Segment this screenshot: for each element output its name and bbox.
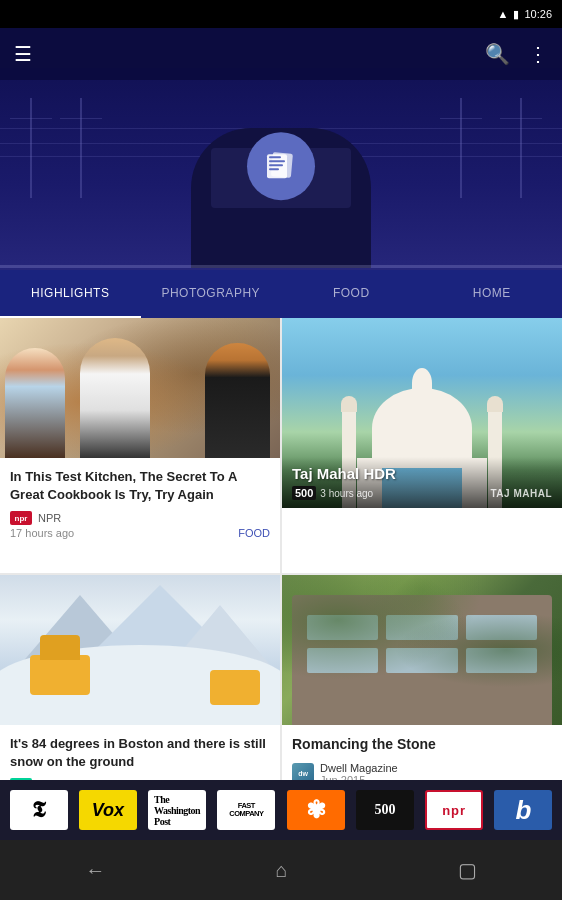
more-options-button[interactable]: ⋮ [528, 42, 548, 66]
nav-bar: ← ⌂ ▢ [0, 840, 562, 900]
recent-icon: ▢ [458, 858, 477, 882]
tab-bar: HIGHLIGHTS PHOTOGRAPHY FOOD HOME [0, 270, 562, 318]
app-bar: ☰ 🔍 ⋮ [0, 28, 562, 80]
svg-rect-3 [269, 160, 285, 162]
publisher-km[interactable]: ✾ [287, 790, 345, 830]
home-button[interactable]: ⌂ [275, 859, 287, 882]
tab-home[interactable]: HOME [422, 270, 563, 318]
publisher-npr[interactable]: npr [425, 790, 483, 830]
home-icon: ⌂ [275, 859, 287, 882]
publisher-bar: 𝕿 Vox TheWashingtonPost FASTCOMPANY ✾ 50… [0, 780, 562, 840]
card-kitchen[interactable]: In This Test Kitchen, The Secret To A Gr… [0, 318, 280, 573]
menu-icon[interactable]: ☰ [14, 42, 32, 66]
card-kitchen-time: 17 hours ago [10, 527, 74, 539]
card-dwell-source: Dwell Magazine [320, 762, 398, 774]
publisher-500[interactable]: 500 [356, 790, 414, 830]
card-taj-time: 3 hours ago [320, 488, 373, 499]
card-taj-title: Taj Mahal HDR [292, 465, 552, 482]
content-grid: In This Test Kitchen, The Secret To A Gr… [0, 318, 562, 840]
card-snow-image [0, 575, 280, 725]
publisher-fc[interactable]: FASTCOMPANY [217, 790, 275, 830]
tab-food[interactable]: FOOD [281, 270, 422, 318]
publisher-wp[interactable]: TheWashingtonPost [148, 790, 206, 830]
card-kitchen-image [0, 318, 280, 458]
battery-icon: ▮ [513, 8, 519, 21]
publisher-nyt[interactable]: 𝕿 [10, 790, 68, 830]
card-snow-title: It's 84 degrees in Boston and there is s… [10, 735, 270, 770]
publisher-b[interactable]: b [494, 790, 552, 830]
card-kitchen-title: In This Test Kitchen, The Secret To A Gr… [10, 468, 270, 503]
500px-logo: 500 [292, 486, 316, 500]
search-button[interactable]: 🔍 [485, 42, 510, 66]
recent-apps-button[interactable]: ▢ [458, 858, 477, 882]
card-taj-tag: TAJ MAHAL [490, 488, 552, 499]
tab-photography[interactable]: PHOTOGRAPHY [141, 270, 282, 318]
back-button[interactable]: ← [85, 859, 105, 882]
tab-highlights[interactable]: HIGHLIGHTS [0, 270, 141, 318]
svg-rect-4 [269, 164, 283, 166]
wifi-icon: ▲ [498, 8, 509, 20]
status-time: 10:26 [524, 8, 552, 20]
npr-badge: npr [10, 511, 32, 525]
card-kitchen-tag: FOOD [238, 527, 270, 539]
card-dwell-title: Romancing the Stone [292, 735, 552, 754]
svg-rect-5 [269, 168, 279, 170]
card-taj[interactable]: Taj Mahal HDR 500 3 hours ago TAJ MAHAL [282, 318, 562, 573]
card-taj-image: Taj Mahal HDR 500 3 hours ago TAJ MAHAL [282, 318, 562, 508]
publisher-vox[interactable]: Vox [79, 790, 137, 830]
app-logo [247, 132, 315, 200]
status-bar: ▲ ▮ 10:26 [0, 0, 562, 28]
card-dwell-image [282, 575, 562, 725]
svg-rect-2 [269, 156, 281, 158]
back-icon: ← [85, 859, 105, 882]
card-kitchen-source: NPR [38, 512, 61, 524]
